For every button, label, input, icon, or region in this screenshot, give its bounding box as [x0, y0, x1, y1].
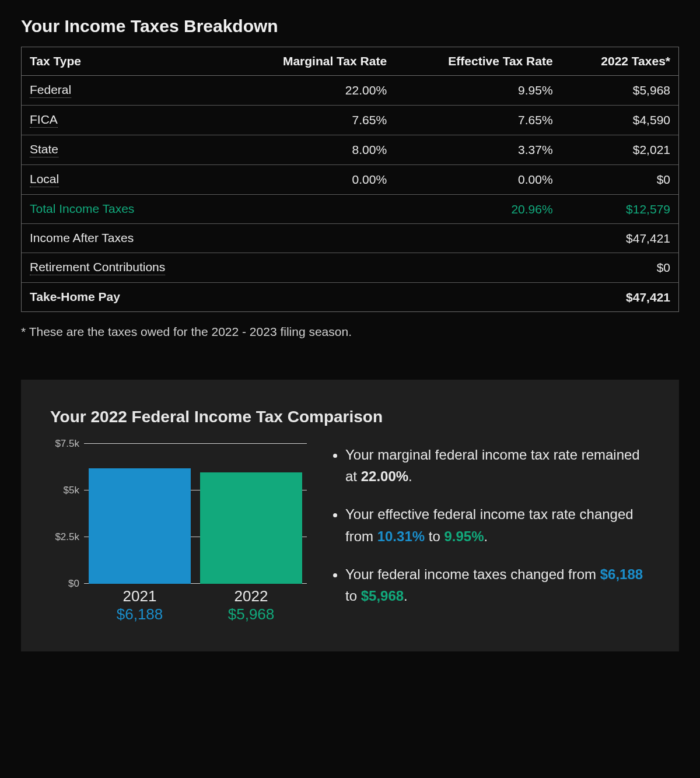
table-row-total: Total Income Taxes 20.96% $12,579	[22, 195, 678, 224]
x-value: $6,188	[84, 605, 195, 623]
comparison-chart: $7.5k $5k $2.5k $0 2021 $6,188	[50, 444, 307, 623]
cell-value: 8.00%	[230, 135, 395, 165]
cell-value: 22.00%	[230, 76, 395, 106]
x-category: 2021	[84, 587, 195, 605]
row-label-fica: FICA	[30, 113, 58, 128]
y-tick: $2.5k	[55, 531, 79, 543]
cell-value: 3.37%	[395, 135, 561, 165]
cell-value: 20.96%	[395, 195, 561, 224]
cell-value: 9.95%	[395, 76, 561, 106]
col-marginal-rate: Marginal Tax Rate	[230, 47, 395, 76]
table-row-takehome: Take-Home Pay $47,421	[22, 283, 678, 312]
cell-value: $0	[561, 253, 678, 283]
cell-value: 0.00%	[395, 165, 561, 195]
cell-value	[395, 253, 561, 283]
chart-bar	[200, 472, 303, 584]
cell-value	[230, 283, 395, 312]
cell-value: 7.65%	[230, 106, 395, 135]
row-label-takehome: Take-Home Pay	[30, 290, 120, 304]
cell-value: $5,968	[561, 76, 678, 106]
cell-value: $47,421	[561, 283, 678, 312]
table-row: Income After Taxes $47,421	[22, 224, 678, 253]
cell-value: $4,590	[561, 106, 678, 135]
tax-breakdown-table: Tax Type Marginal Tax Rate Effective Tax…	[22, 47, 678, 311]
col-taxes: 2022 Taxes*	[561, 47, 678, 76]
cell-value: 7.65%	[395, 106, 561, 135]
footnote: * These are the taxes owed for the 2022 …	[21, 325, 679, 339]
y-tick: $0	[68, 578, 79, 590]
cell-value	[395, 224, 561, 253]
table-row: State 8.00% 3.37% $2,021	[22, 135, 678, 165]
x-category: 2022	[195, 587, 307, 605]
breakdown-title: Your Income Taxes Breakdown	[21, 16, 679, 36]
cell-value	[230, 195, 395, 224]
comparison-panel: Your 2022 Federal Income Tax Comparison …	[21, 380, 679, 651]
bullet-effective: Your effective federal income tax rate c…	[345, 503, 650, 546]
chart-bar	[89, 468, 191, 584]
chart-x-axis: 2021 $6,188 2022 $5,968	[84, 584, 307, 623]
table-row: Local 0.00% 0.00% $0	[22, 165, 678, 195]
y-tick: $7.5k	[55, 438, 79, 450]
cell-value	[230, 253, 395, 283]
tax-breakdown-table-wrap: Tax Type Marginal Tax Rate Effective Tax…	[21, 47, 679, 312]
bullet-marginal: Your marginal federal income tax rate re…	[345, 444, 650, 487]
row-label-retirement: Retirement Contributions	[30, 260, 165, 275]
row-label-local: Local	[30, 172, 59, 187]
cell-value: 0.00%	[230, 165, 395, 195]
cell-value: $2,021	[561, 135, 678, 165]
comparison-title: Your 2022 Federal Income Tax Comparison	[50, 408, 650, 426]
y-tick: $5k	[64, 485, 79, 496]
row-label-after: Income After Taxes	[30, 231, 134, 246]
cell-value: $0	[561, 165, 678, 195]
table-header-row: Tax Type Marginal Tax Rate Effective Tax…	[22, 47, 678, 76]
row-label-total: Total Income Taxes	[30, 202, 134, 216]
chart-plot-area	[84, 444, 307, 584]
row-label-state: State	[30, 142, 58, 157]
col-effective-rate: Effective Tax Rate	[395, 47, 561, 76]
table-row: FICA 7.65% 7.65% $4,590	[22, 106, 678, 135]
row-label-federal: Federal	[30, 83, 71, 98]
col-tax-type: Tax Type	[22, 47, 230, 76]
cell-value	[230, 224, 395, 253]
comparison-bullets: Your marginal federal income tax rate re…	[330, 444, 650, 607]
table-row: Retirement Contributions $0	[22, 253, 678, 283]
bullet-amount: Your federal income taxes changed from $…	[345, 563, 650, 607]
chart-y-axis: $7.5k $5k $2.5k $0	[50, 444, 84, 584]
cell-value: $12,579	[561, 195, 678, 224]
cell-value	[395, 283, 561, 312]
x-value: $5,968	[195, 605, 307, 623]
cell-value: $47,421	[561, 224, 678, 253]
table-row: Federal 22.00% 9.95% $5,968	[22, 76, 678, 106]
